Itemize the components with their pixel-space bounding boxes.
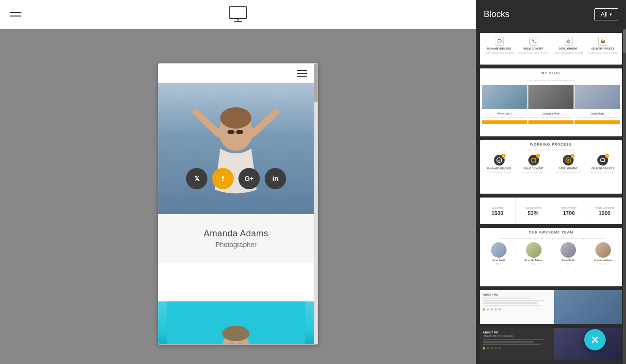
- profile-info: Amanda Adams Photographer: [158, 214, 314, 263]
- mobile-menu-icon[interactable]: [297, 70, 307, 77]
- blocks-title: Blocks: [484, 9, 509, 19]
- block-process[interactable]: 💬 PLAN AND DISCUSS Lorem ipsum dolor sit…: [480, 33, 622, 65]
- social-icons-row: 𝕏 f G+ in: [158, 168, 314, 189]
- blocks-filter-button[interactable]: All ▾: [594, 8, 618, 20]
- profile-section: 𝕏 f G+ in Amanda Adams Photographer: [158, 83, 314, 301]
- profile-image: [158, 83, 314, 214]
- svg-rect-21: [601, 159, 605, 162]
- blocks-header: Blocks All ▾: [476, 0, 626, 29]
- svg-rect-18: [532, 158, 536, 162]
- svg-point-20: [567, 159, 569, 161]
- block-about-split[interactable]: ABOUT ME: [480, 290, 622, 324]
- facebook-icon[interactable]: f: [212, 168, 234, 189]
- chevron-down-icon: ▾: [609, 12, 612, 17]
- google-plus-icon[interactable]: G+: [238, 168, 260, 189]
- svg-rect-8: [237, 130, 243, 134]
- svg-rect-13: [228, 344, 235, 345]
- block-blog[interactable]: MY BLOG Lorem ipsum dolor sit amet, cons…: [480, 68, 622, 136]
- block-team[interactable]: OUR AWESOME TEAM Lorem ipsum dolor sit a…: [480, 228, 622, 286]
- canvas-area: 𝕏 f G+ in Amanda Adams Photographer: [0, 29, 476, 364]
- second-card: [158, 301, 314, 345]
- profile-title: Photographer: [216, 241, 257, 248]
- mobile-preview-frame: 𝕏 f G+ in Amanda Adams Photographer: [158, 63, 318, 345]
- mobile-scrollbar-thumb[interactable]: [314, 64, 318, 102]
- svg-line-6: [253, 112, 276, 134]
- svg-line-5: [196, 112, 219, 134]
- menu-icon[interactable]: [10, 12, 21, 17]
- monitor-icon: [228, 6, 248, 23]
- blocks-content[interactable]: 💬 PLAN AND DISCUSS Lorem ipsum dolor sit…: [476, 29, 626, 364]
- header: [0, 0, 476, 29]
- svg-rect-7: [228, 130, 235, 134]
- svg-rect-14: [237, 344, 243, 345]
- right-panel-scrollbar-thumb[interactable]: [623, 29, 626, 53]
- profile-name: Amanda Adams: [203, 229, 268, 239]
- blocks-panel: Blocks All ▾ 💬 PLAN AND DISCUSS Lorem ip…: [476, 0, 626, 364]
- right-panel-scrollbar[interactable]: [623, 29, 626, 364]
- svg-point-12: [222, 326, 250, 341]
- twitter-icon[interactable]: 𝕏: [186, 168, 207, 189]
- mobile-scrollbar[interactable]: [314, 64, 318, 344]
- svg-point-4: [220, 107, 252, 129]
- block-stats[interactable]: Customers 1500 Awards Winner 53% Hours W…: [480, 198, 622, 224]
- fab-close-button[interactable]: [584, 329, 606, 350]
- block-working-process[interactable]: WORKING PROCESS Lorem ipsum dolor sit am…: [480, 140, 622, 194]
- linkedin-icon[interactable]: in: [265, 168, 286, 189]
- second-card-image: [158, 301, 314, 345]
- mobile-nav: [158, 64, 314, 83]
- svg-rect-0: [229, 7, 247, 18]
